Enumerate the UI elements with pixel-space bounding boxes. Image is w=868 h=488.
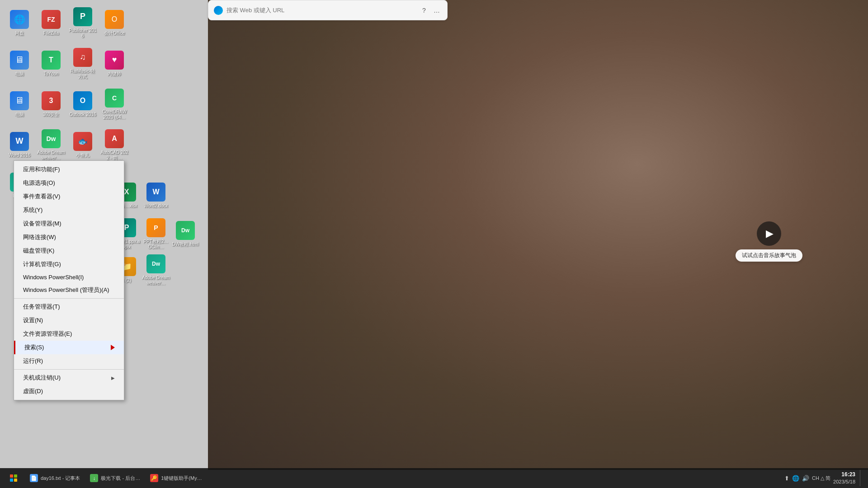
extra-icons-area2: W Word2.docx (140, 176, 172, 215)
xiaoyu-label: 小鱼儿 (76, 153, 90, 158)
dw2-icon: Dw (146, 254, 165, 273)
menu-item-network[interactable]: 网络连接(W) (14, 230, 124, 244)
menu-item-powershell[interactable]: Windows PowerShell(I) (14, 271, 124, 283)
taskbar-notification-icon[interactable]: ⬆ (784, 475, 789, 482)
taskbar-item-jiguang[interactable]: ↓ 极光下载 - 后台… (85, 469, 145, 487)
dw-html-icon: Dw (176, 221, 195, 240)
browser-action-icons: ? … (419, 5, 442, 15)
taskbar-network-icon[interactable]: 🌐 (792, 475, 799, 482)
word-label: Word 2016 (9, 153, 31, 158)
notepad-taskbar-label: day16.txt - 记事本 (41, 475, 80, 482)
taskbar: 📄 day16.txt - 记事本 ↓ 极光下载 - 后台… 🔑 1键键版助手(… (0, 468, 868, 488)
desktop-icon-filezilla[interactable]: FZ FileZilla (35, 4, 67, 42)
desktop-icon-computer2[interactable]: 🖥 电脑 (4, 85, 35, 123)
filezilla-label: FileZilla (43, 31, 59, 36)
browser-more-icon[interactable]: … (432, 5, 442, 15)
notepad-taskbar-icon: 📄 (30, 474, 38, 482)
jiguang-taskbar-label: 极光下载 - 后台… (101, 475, 140, 482)
taskbar-open-apps: 📄 day16.txt - 记事本 ↓ 极光下载 - 后台… 🔑 1键键版助手(… (25, 468, 781, 488)
menu-separator-1 (14, 298, 124, 299)
filezilla-icon-img: FZ (42, 10, 61, 29)
outlook-icon-img: O (73, 91, 92, 110)
computer-label: 电脑 (15, 71, 24, 77)
desktop-icon-network-drive[interactable]: 🌐 网盘 (4, 4, 35, 42)
desktop: ? … 🌐 网盘 FZ FileZilla P Publisher 2016 (0, 0, 868, 488)
desktop-icon-computer[interactable]: 🖥 电脑 (4, 44, 35, 83)
ppt-tutorial-label: PPT教程2…GClin… (142, 239, 170, 250)
row6-icons2: Dw Adobe Dreamweaver… (140, 251, 172, 289)
desktop-icon-outlook[interactable]: O Outlook 2016 (67, 85, 99, 123)
desktop-icon-autocad[interactable]: A AutoCAD 2022 - 简… (99, 126, 130, 164)
taskbar-time-display: 16:23 (833, 471, 855, 479)
dw2-label: Adobe Dreamweaver… (142, 275, 170, 286)
dw-html-label: DW教程.html (172, 242, 198, 247)
menu-item-shutdown[interactable]: 关机或注销(U) ▶ (14, 371, 124, 385)
desktop-icon-word-file[interactable]: W Word2.docx (140, 176, 172, 215)
shutdown-submenu-arrow: ▶ (111, 375, 115, 380)
network-drive-label: 网盘 (15, 31, 24, 36)
taskbar-item-myassist[interactable]: 🔑 1键键版助手(My… (146, 469, 206, 487)
menu-item-task-mgr[interactable]: 任务管理器(T) (14, 300, 124, 314)
menu-item-disk-mgr[interactable]: 磁盘管理(K) (14, 244, 124, 258)
neijianshuai-icon-img: ♥ (105, 51, 124, 70)
menu-item-device-mgr[interactable]: 设备管理器(M) (14, 217, 124, 230)
start-button[interactable] (2, 468, 25, 488)
taskbar-show-desktop[interactable] (860, 470, 863, 486)
music-widget: ▶ 试试点击音乐故事气泡 (736, 221, 802, 262)
music-icon-img: ♫ (73, 48, 92, 67)
menu-item-search[interactable]: 搜索(S) (14, 341, 124, 354)
menu-separator-2 (14, 369, 124, 370)
jiguang-taskbar-icon: ↓ (90, 474, 98, 482)
publisher-label: Publisher 2016 (69, 28, 97, 39)
taskbar-input-method[interactable]: CH △ 简 (812, 475, 830, 482)
desktop-icon-360[interactable]: 3 360安全 (35, 85, 67, 123)
browser-url-input[interactable] (226, 7, 415, 14)
taskbar-item-notepad[interactable]: 📄 day16.txt - 记事本 (25, 469, 85, 487)
menu-item-desktop[interactable]: 虚面(D) (14, 385, 124, 398)
desktop-icon-dw-html[interactable]: Dw DW教程.html (170, 215, 201, 253)
menu-item-apps[interactable]: 应用和功能(F) (14, 163, 124, 176)
menu-item-settings[interactable]: 设置(N) (14, 314, 124, 327)
browser-help-icon[interactable]: ? (419, 5, 429, 15)
360-icon-img: 3 (42, 91, 61, 110)
desktop-icon-toycon[interactable]: T ToYcon (35, 44, 67, 83)
desktop-icon-ppt-tutorial[interactable]: P PPT教程2…GClin… (140, 215, 172, 253)
taskbar-date-display: 2023/5/18 (833, 479, 855, 485)
desktop-icon-coreldraw[interactable]: C CorelDRAW 2020 (64… (99, 85, 130, 123)
desktop-icon-publisher2016[interactable]: P Publisher 2016 (67, 4, 99, 42)
toycon-icon-img: T (42, 51, 61, 70)
desktop-icon-dreamweaver[interactable]: Dw Adobe Dreamweaver… (35, 126, 67, 164)
music-play-button[interactable]: ▶ (757, 221, 781, 246)
xiaoyu-icon-img: 🐟 (73, 132, 92, 151)
desktop-icon-office[interactable]: O 会计Office (99, 4, 130, 42)
computer-icon-img: 🖥 (10, 51, 29, 70)
menu-item-power[interactable]: 电源选项(O) (14, 176, 124, 190)
word-icon-img: W (10, 132, 29, 151)
computer2-icon-img: 🖥 (10, 91, 29, 110)
row5-icons2: P PPT教程2…GClin… (140, 215, 172, 253)
autocad-label: AutoCAD 2022 - 简… (100, 150, 128, 161)
coreldraw-icon-img: C (105, 89, 124, 108)
ppt-tutorial-icon: P (146, 218, 165, 237)
menu-item-powershell-admin[interactable]: Windows PowerShell (管理员)(A) (14, 283, 124, 297)
360-label: 360安全 (43, 112, 60, 117)
desktop-icon-xiaoyu[interactable]: 🐟 小鱼儿 (67, 126, 99, 164)
menu-item-system[interactable]: 系统(Y) (14, 203, 124, 217)
desktop-icon-neijianshuai[interactable]: ♥ 内键帅 (99, 44, 130, 83)
menu-item-run[interactable]: 运行(R) (14, 354, 124, 368)
menu-item-event-viewer[interactable]: 事件查看器(V) (14, 190, 124, 203)
taskbar-clock[interactable]: 16:23 2023/5/18 (833, 471, 855, 485)
taskbar-volume-icon[interactable]: 🔊 (802, 475, 809, 482)
browser-search-bar[interactable]: ? … (208, 0, 448, 20)
desktop-icon-word[interactable]: W Word 2016 (4, 126, 35, 164)
menu-item-computer-mgr[interactable]: 计算机管理(G) (14, 258, 124, 271)
desktop-icon-music[interactable]: ♫ RaiMusic-轻方式 (67, 44, 99, 83)
office-label: 会计Office (104, 31, 125, 36)
desktop-icon-dw2[interactable]: Dw Adobe Dreamweaver… (140, 251, 172, 289)
computer2-label: 电脑 (15, 112, 24, 117)
autocad-icon-img: A (105, 129, 124, 148)
myassist-taskbar-icon: 🔑 (150, 474, 158, 482)
menu-item-file-explorer[interactable]: 文件资源管理器(E) (14, 327, 124, 341)
row5-icons3: Dw DW教程.html (170, 215, 201, 253)
network-drive-icon-img: 🌐 (10, 10, 29, 29)
